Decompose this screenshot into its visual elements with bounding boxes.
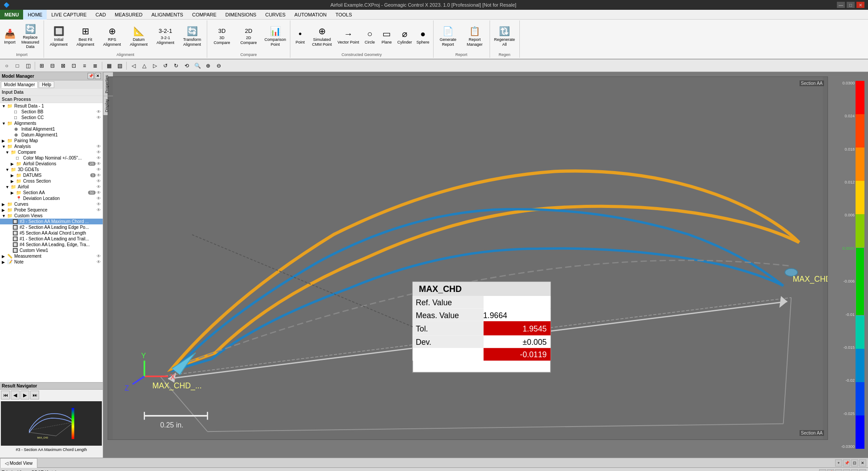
eye-airfoil[interactable]: 👁 xyxy=(96,184,101,189)
expand-airfoil-dev[interactable]: ▶ xyxy=(11,162,15,166)
model-view-tab[interactable]: ◁ Model View xyxy=(0,458,37,468)
tabular-expand-btn[interactable]: ▲ xyxy=(835,469,842,471)
rn-prev-btn[interactable]: ◀ xyxy=(11,391,20,399)
tb2-btn-20[interactable]: ⊖ xyxy=(214,61,224,71)
initial-alignment-button[interactable]: 🔲 Initial Alignment xyxy=(46,21,72,52)
expand-cross-section[interactable]: ▶ xyxy=(11,179,15,184)
tabular-close-btn[interactable]: ✕ xyxy=(859,469,866,471)
menu-tools[interactable]: TOOLS xyxy=(331,10,356,20)
tree-item-curves[interactable]: ▶ 📁 Curves 👁 xyxy=(0,201,103,207)
regenerate-all-button[interactable]: 🔃 Regenerate All xyxy=(492,21,518,52)
menu-measured[interactable]: MEASURED xyxy=(110,10,147,20)
expand-custom-views[interactable]: ▼ xyxy=(2,214,6,218)
tree-item-cross-section[interactable]: ▶ 📁 Cross Section 👁 xyxy=(0,178,103,184)
expand-measurement[interactable]: ▶ xyxy=(2,254,6,259)
import-button[interactable]: 📥 Import xyxy=(2,21,18,52)
tree-item-custom-view-4[interactable]: 🔲 #4 Section AA Leading, Edge, Tra... xyxy=(0,242,103,247)
tree-item-probe-sequence[interactable]: ▶ 📁 Probe Sequence 👁 xyxy=(0,207,103,213)
tree-item-custom-view-5[interactable]: 🔲 #5 Section AA Axial Chord Length xyxy=(0,230,103,236)
tb2-btn-14[interactable]: ▷ xyxy=(150,61,160,71)
point-button[interactable]: • Point xyxy=(292,21,308,52)
tb2-btn-1[interactable]: ○ xyxy=(2,61,12,71)
eye-3d-gdts[interactable]: 👁 xyxy=(96,167,101,172)
tree-item-section-bb[interactable]: □ Section BB 👁 xyxy=(0,109,103,115)
view-tab-float-btn[interactable]: ⊡ xyxy=(851,459,858,467)
tree-item-3d-gdts[interactable]: ▼ 📁 3D GD&Ts 👁 xyxy=(0,167,103,172)
tree-item-compare[interactable]: ▼ 📁 Compare 👁 xyxy=(0,149,103,155)
plane-button[interactable]: ▭ Plane xyxy=(379,21,395,52)
minimize-button[interactable]: — xyxy=(837,2,845,8)
mm-tab-help[interactable]: Help xyxy=(39,81,54,88)
expand-datums[interactable]: ▶ xyxy=(11,173,15,178)
display-tab[interactable]: Display xyxy=(104,96,113,115)
sphere-button[interactable]: ● Sphere xyxy=(415,21,431,52)
tree-item-analysis[interactable]: ▼ 📁 Analysis 👁 xyxy=(0,144,103,149)
expand-probe-seq[interactable]: ▶ xyxy=(2,208,6,212)
expand-pairing-map[interactable]: ▶ xyxy=(2,139,6,143)
tree-item-custom-view-2[interactable]: 🔲 #2 - Section AA Leading Edge Po... xyxy=(0,224,103,230)
eye-color-map[interactable]: 👁 xyxy=(96,156,101,160)
tb2-btn-13[interactable]: △ xyxy=(139,61,149,71)
eye-note[interactable]: 👁 xyxy=(96,259,101,264)
tb2-btn-12[interactable]: ◁ xyxy=(129,61,138,71)
datum-alignment-button[interactable]: 📐 Datum Alignment xyxy=(126,21,152,52)
eye-analysis[interactable]: 👁 xyxy=(96,144,101,149)
tree-item-section-cc[interactable]: □ Section CC 👁 xyxy=(0,115,103,120)
tb2-btn-17[interactable]: ⟲ xyxy=(182,61,192,71)
tree-item-result-data[interactable]: ▼ 📁 Result Data - 1 xyxy=(0,103,103,109)
tb2-btn-7[interactable]: ⊡ xyxy=(69,61,79,71)
viewport[interactable]: MAX_CHD_... MAX_CHD_ED X Y Z 0.25 in. xyxy=(103,72,868,458)
tb2-btn-19[interactable]: ⊕ xyxy=(203,61,213,71)
eye-curves[interactable]: 👁 xyxy=(96,202,101,207)
tree-item-custom-view-1[interactable]: 🔲 #1 - Section AA Leading and Trail... xyxy=(0,236,103,242)
tb2-btn-6[interactable]: ⊠ xyxy=(58,61,68,71)
tree-item-datum-alignment1[interactable]: ⊕ Datum Alignment1 xyxy=(0,132,103,138)
tree-item-deviation-location[interactable]: 📍 Deviation Location 👁 xyxy=(0,196,103,201)
tb2-btn-3[interactable]: ◫ xyxy=(23,61,33,71)
tree-item-pairing-map[interactable]: ▶ 📁 Pairing Map xyxy=(0,138,103,144)
menu-alignments[interactable]: ALIGNMENTS xyxy=(147,10,188,20)
maximize-button[interactable]: □ xyxy=(847,2,855,8)
2d-compare-button[interactable]: 2D 2D Compare xyxy=(236,21,261,52)
tree-item-initial-alignment1[interactable]: ⊕ Initial Alignment1 xyxy=(0,126,103,132)
expand-note[interactable]: ▶ xyxy=(2,260,6,264)
menu-button[interactable]: MENU xyxy=(0,10,23,20)
tree-item-note[interactable]: ▶ 📝 Note 👁 xyxy=(0,259,103,265)
eye-section-bb[interactable]: 👁 xyxy=(96,109,101,114)
expand-result-data[interactable]: ▼ xyxy=(2,104,6,108)
properties-tab[interactable]: Properties xyxy=(104,72,113,96)
rn-first-btn[interactable]: ⏮ xyxy=(1,391,10,399)
tb2-btn-4[interactable]: ⊞ xyxy=(37,61,47,71)
mm-pin-button[interactable]: 📌 xyxy=(88,73,94,79)
eye-section-cc[interactable]: 👁 xyxy=(96,115,101,120)
tb2-btn-10[interactable]: ▦ xyxy=(104,61,114,71)
vector-point-button[interactable]: → Vector Point xyxy=(336,21,361,52)
expand-compare[interactable]: ▼ xyxy=(5,150,10,155)
view-tab-add-btn[interactable]: + xyxy=(835,459,842,467)
tree-item-datums[interactable]: ▶ 📁 DATUMS 3 👁 xyxy=(0,172,103,178)
simulated-cmm-point-button[interactable]: ⊕ Simulated CMM Point xyxy=(309,21,335,52)
transform-alignment-button[interactable]: 🔄 Transform Alignment xyxy=(179,21,205,52)
view-tab-close-btn[interactable]: ✕ xyxy=(859,459,866,467)
menu-curves[interactable]: CURVES xyxy=(261,10,290,20)
3d-compare-button[interactable]: 3D 3D Compare xyxy=(209,21,235,52)
expand-curves[interactable]: ▶ xyxy=(2,202,6,207)
tabular-add-btn[interactable]: + xyxy=(819,469,826,471)
expand-airfoil[interactable]: ▼ xyxy=(5,185,10,189)
menu-compare[interactable]: COMPARE xyxy=(188,10,221,20)
menu-cad[interactable]: CAD xyxy=(91,10,110,20)
tb2-btn-5[interactable]: ⊟ xyxy=(48,61,57,71)
eye-cross-section[interactable]: 👁 xyxy=(96,179,101,184)
tree-item-section-aa[interactable]: ▶ 📁 Section AA 50 👁 xyxy=(0,190,103,196)
expand-3d-gdts[interactable]: ▼ xyxy=(5,168,10,172)
tree-item-color-map[interactable]: □ Color Map Nominal +/-.005"... 👁 xyxy=(0,155,103,161)
cylinder-button[interactable]: ⌀ Cylinder xyxy=(396,21,414,52)
close-button[interactable]: ✕ xyxy=(856,2,864,8)
eye-section-aa[interactable]: 👁 xyxy=(96,190,101,195)
expand-section-aa[interactable]: ▶ xyxy=(11,191,15,195)
rn-last-btn[interactable]: ⏭ xyxy=(30,391,39,399)
mm-close-button[interactable]: ✕ xyxy=(95,73,101,79)
tree-item-custom-view-3[interactable]: 🔲 #3 - Section AA Maximum Chord ... xyxy=(0,219,103,224)
tb2-btn-9[interactable]: ≣ xyxy=(90,61,100,71)
comparison-point-button[interactable]: 📊 Comparison Point xyxy=(262,21,288,52)
